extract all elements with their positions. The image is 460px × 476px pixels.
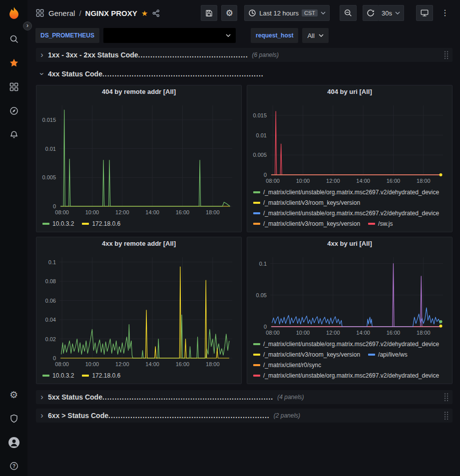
refresh-icon [367, 9, 375, 17]
refresh-interval-dropdown[interactable]: 30s [378, 5, 404, 21]
panel-4xx-by-remote-addr: 4xx by remote addr [All] 08:0010:0012:00… [36, 237, 242, 384]
svg-text:14:00: 14:00 [356, 330, 370, 336]
panel-legend: 10.0.3.2172.18.0.6 [37, 218, 240, 229]
legend-marker-icon [368, 354, 375, 356]
share-icon[interactable] [152, 9, 160, 17]
panel-legend: /_matrix/client/unstable/org.matrix.msc2… [248, 339, 451, 381]
sidebar-item-alerting[interactable] [0, 123, 27, 147]
cycle-view-button[interactable] [416, 5, 433, 21]
breadcrumb-separator: / [79, 9, 81, 17]
save-dashboard-button[interactable] [201, 5, 217, 21]
chevron-down-icon: › [38, 70, 46, 78]
svg-text:0.01: 0.01 [256, 132, 267, 138]
time-range-picker[interactable]: Last 12 hours CST [244, 5, 330, 21]
monitor-icon [420, 8, 429, 17]
legend-item[interactable]: /_matrix/client/r0/sync [253, 362, 321, 369]
svg-text:0.01: 0.01 [45, 146, 56, 152]
panel-title[interactable]: 404 by remote addr [All] [36, 85, 241, 98]
drag-handle[interactable] [444, 392, 449, 402]
sidebar-item-search[interactable] [0, 27, 27, 51]
legend-item[interactable]: /_matrix/client/unstable/org.matrix.msc2… [253, 189, 439, 196]
row-header-1xx-3xx-2xx[interactable]: › 1xx - 3xx - 2xx Status Code ..........… [36, 48, 453, 62]
row-title: 4xx Status Code [48, 70, 102, 78]
svg-text:12:00: 12:00 [326, 330, 340, 336]
breadcrumb-section[interactable]: General [48, 9, 75, 17]
svg-text:10:00: 10:00 [296, 330, 310, 336]
legend-marker-icon [253, 191, 260, 193]
panel-title[interactable]: 4xx by remote addr [All] [36, 237, 241, 250]
sidebar-item-explore[interactable] [0, 99, 27, 123]
svg-text:0.005: 0.005 [253, 152, 267, 158]
chevron-right-icon: › [26, 22, 28, 28]
star-icon [9, 58, 19, 68]
sidebar-item-starred[interactable] [0, 51, 27, 75]
datasource-select[interactable] [103, 28, 236, 43]
panel-title[interactable]: 404 by uri [All] [247, 85, 452, 98]
legend-marker-icon [253, 223, 260, 225]
zoom-out-icon [344, 8, 353, 17]
legend-item[interactable]: /_matrix/client/unstable/org.matrix.msc2… [253, 210, 439, 217]
request-host-value: All [307, 32, 314, 39]
legend-label: /_matrix/client/r0/sync [263, 362, 321, 369]
legend-item[interactable]: /api/live/ws [368, 351, 408, 358]
sidebar-item-server-admin[interactable] [0, 407, 27, 431]
legend-marker-icon [253, 212, 260, 214]
row-header-4xx[interactable]: › 4xx Status Code ......................… [36, 67, 453, 81]
save-icon [205, 9, 213, 17]
dashboard-settings-button[interactable]: ⚙ [221, 5, 237, 21]
svg-text:08:00: 08:00 [55, 209, 69, 215]
legend-item[interactable]: /_matrix/client/unstable/org.matrix.msc2… [253, 372, 439, 379]
legend-marker-icon [42, 223, 49, 225]
compass-icon [9, 106, 19, 116]
chart-404-by-uri[interactable]: 08:0010:0012:0014:0016:0018:0000.0050.01… [248, 98, 451, 231]
svg-text:10:00: 10:00 [85, 209, 99, 215]
request-host-select[interactable]: All [302, 28, 328, 43]
row-panel-count: (2 panels) [274, 412, 300, 419]
row-leader: ........................................… [102, 393, 273, 401]
row-header-5xx[interactable]: › 5xx Status Code ......................… [36, 390, 453, 404]
legend-item[interactable]: /sw.js [368, 220, 393, 227]
grafana-logo[interactable] [0, 4, 27, 24]
kebab-icon: ⋮ [441, 9, 449, 17]
chart-4xx-by-remote-addr[interactable]: 08:0010:0012:0014:0016:0018:0000.020.040… [37, 250, 240, 383]
svg-text:12:00: 12:00 [115, 361, 129, 367]
legend-item[interactable]: 10.0.3.2 [42, 220, 74, 227]
legend-item[interactable]: 172.18.0.6 [82, 372, 120, 379]
svg-text:12:00: 12:00 [326, 178, 340, 184]
panel-title[interactable]: 4xx by uri [All] [247, 237, 452, 250]
sidebar-item-profile[interactable] [0, 431, 27, 455]
sidebar-expand-button[interactable]: › [23, 21, 32, 30]
legend-item[interactable]: /_matrix/client/v3/room_keys/version [253, 199, 360, 206]
panel-grid: 404 by remote addr [All] 08:0010:0012:00… [36, 85, 453, 384]
row-header-6xx[interactable]: › 6xx > Status Code ....................… [36, 409, 453, 423]
legend-item[interactable]: /_matrix/client/v3/room_keys/version [253, 220, 360, 227]
svg-text:0.04: 0.04 [45, 317, 56, 323]
refresh-button[interactable] [363, 5, 379, 21]
drag-handle[interactable] [444, 411, 449, 421]
panel-legend: 10.0.3.2172.18.0.6 [37, 370, 240, 381]
sidebar-item-help[interactable]: ? [0, 454, 27, 476]
legend-item[interactable]: /_matrix/client/unstable/org.matrix.msc2… [253, 341, 439, 348]
row-title: 5xx Status Code [48, 393, 102, 401]
drag-handle[interactable] [444, 50, 449, 60]
chart-404-by-remote-addr[interactable]: 08:0010:0012:0014:0016:0018:0000.0050.01… [37, 98, 240, 231]
legend-label: /sw.js [378, 220, 393, 227]
panel-404-by-uri: 404 by uri [All] 08:0010:0012:0014:0016:… [247, 85, 453, 232]
kebab-menu-button[interactable]: ⋮ [437, 5, 453, 21]
favorite-star-icon[interactable]: ★ [141, 9, 148, 17]
svg-text:0: 0 [264, 172, 267, 178]
legend-item[interactable]: 10.0.3.2 [42, 372, 74, 379]
legend-item[interactable]: /_matrix/client/v3/room_keys/version [253, 351, 360, 358]
grid-icon [9, 82, 19, 92]
legend-label: 172.18.0.6 [92, 372, 120, 379]
svg-text:18:00: 18:00 [417, 330, 431, 336]
zoom-out-button[interactable] [340, 5, 357, 21]
svg-text:0: 0 [264, 324, 267, 330]
bell-icon [9, 130, 19, 140]
sidebar-item-dashboards[interactable] [0, 75, 27, 99]
chart-4xx-by-uri[interactable]: 08:0010:0012:0014:0016:0018:0000.050.1/_… [248, 250, 451, 383]
svg-text:08:00: 08:00 [266, 330, 280, 336]
page-title[interactable]: NGINX PROXY [85, 9, 137, 17]
sidebar-item-configuration[interactable]: ⚙ [0, 383, 27, 407]
legend-item[interactable]: 172.18.0.6 [82, 220, 120, 227]
